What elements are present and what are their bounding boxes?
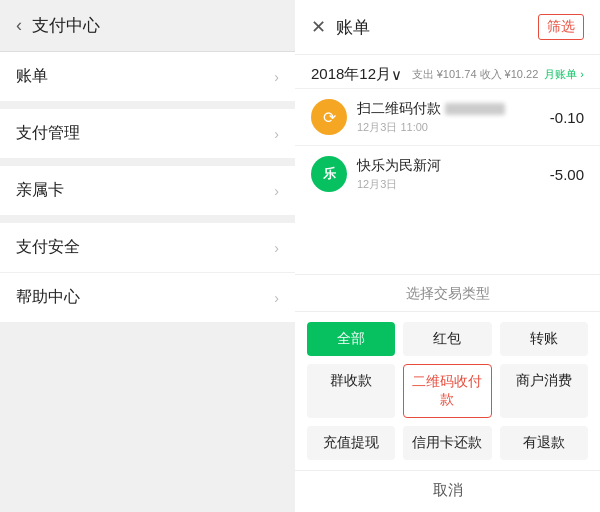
bill-amount-1: -5.00 xyxy=(550,166,584,183)
bill-item-1[interactable]: 乐 快乐为民新河 12月3日 -5.00 xyxy=(295,145,600,202)
qr-icon: ⟳ xyxy=(323,108,336,127)
menu-item-payment-management-label: 支付管理 xyxy=(16,123,80,144)
filter-item-credit-repay[interactable]: 信用卡还款 xyxy=(403,426,491,460)
right-header-left: ✕ 账单 xyxy=(311,16,370,39)
month-title[interactable]: 2018年12月 ∨ xyxy=(311,65,402,84)
bill-item-0[interactable]: ⟳ 扫二维码付款 12月3日 11:00 -0.10 xyxy=(295,88,600,145)
bill-name-label-0: 扫二维码付款 xyxy=(357,100,441,118)
chevron-right-icon: › xyxy=(274,290,279,306)
menu-item-bill-label: 账单 xyxy=(16,66,48,87)
month-label: 2018年12月 xyxy=(311,65,391,84)
left-panel-title: 支付中心 xyxy=(32,14,100,37)
filter-item-merchant[interactable]: 商户消费 xyxy=(500,364,588,418)
bill-name-1: 快乐为民新河 xyxy=(357,157,550,175)
menu-section-2: 支付管理 › xyxy=(0,109,295,158)
menu-item-family-card-label: 亲属卡 xyxy=(16,180,64,201)
menu-section-3: 亲属卡 › xyxy=(0,166,295,215)
bill-icon-happy: 乐 xyxy=(311,156,347,192)
left-header: ‹ 支付中心 xyxy=(0,0,295,52)
menu-item-help-center-label: 帮助中心 xyxy=(16,287,80,308)
bill-name-blur-0 xyxy=(445,103,505,115)
menu-section-4: 支付安全 › 帮助中心 › xyxy=(0,223,295,322)
bill-info-0: 扫二维码付款 12月3日 11:00 xyxy=(357,100,550,135)
chevron-right-icon: › xyxy=(274,69,279,85)
month-dropdown-icon: ∨ xyxy=(391,66,402,84)
chevron-right-icon: › xyxy=(274,126,279,142)
menu-item-family-card[interactable]: 亲属卡 › xyxy=(0,166,295,215)
bill-amount-0: -0.10 xyxy=(550,109,584,126)
left-panel: ‹ 支付中心 账单 › 支付管理 › 亲属卡 › 支付安全 xyxy=(0,0,295,512)
right-panel-title: 账单 xyxy=(336,16,370,39)
filter-item-refund[interactable]: 有退款 xyxy=(500,426,588,460)
chevron-right-icon: › xyxy=(274,183,279,199)
bill-info-1: 快乐为民新河 12月3日 xyxy=(357,157,550,192)
cancel-row: 取消 xyxy=(295,470,600,512)
filter-item-hongbao[interactable]: 红包 xyxy=(403,322,491,356)
bill-name-label-1: 快乐为民新河 xyxy=(357,157,441,175)
right-panel: ✕ 账单 筛选 2018年12月 ∨ 支出 ¥101.74 收入 ¥10.22 … xyxy=(295,0,600,512)
month-stats: 支出 ¥101.74 收入 ¥10.22 xyxy=(412,67,539,82)
menu-item-payment-security-label: 支付安全 xyxy=(16,237,80,258)
filter-overlay: 选择交易类型 全部 红包 转账 群收款 二维码收付款 商户消费 充值提现 信用卡… xyxy=(295,274,600,512)
bill-date-0: 12月3日 11:00 xyxy=(357,120,550,135)
filter-overlay-title: 选择交易类型 xyxy=(295,275,600,312)
right-header: ✕ 账单 筛选 xyxy=(295,0,600,55)
filter-item-transfer[interactable]: 转账 xyxy=(500,322,588,356)
back-arrow-icon[interactable]: ‹ xyxy=(16,15,22,36)
close-icon[interactable]: ✕ xyxy=(311,16,326,38)
filter-item-topup[interactable]: 充值提现 xyxy=(307,426,395,460)
menu-item-help-center[interactable]: 帮助中心 › xyxy=(0,273,295,322)
bill-name-0: 扫二维码付款 xyxy=(357,100,550,118)
cancel-button[interactable]: 取消 xyxy=(433,481,463,498)
left-menu: 账单 › 支付管理 › 亲属卡 › 支付安全 › 帮助中心 xyxy=(0,52,295,512)
bill-icon-qr: ⟳ xyxy=(311,99,347,135)
chevron-right-icon: › xyxy=(274,240,279,256)
happy-icon: 乐 xyxy=(323,165,336,183)
filter-item-qr-payment[interactable]: 二维码收付款 xyxy=(403,364,491,418)
menu-item-bill[interactable]: 账单 › xyxy=(0,52,295,101)
bill-date-1: 12月3日 xyxy=(357,177,550,192)
monthly-link[interactable]: 月账单 › xyxy=(544,67,584,82)
filter-grid: 全部 红包 转账 群收款 二维码收付款 商户消费 充值提现 信用卡还款 有退款 xyxy=(295,312,600,466)
menu-section-1: 账单 › xyxy=(0,52,295,101)
menu-item-payment-security[interactable]: 支付安全 › xyxy=(0,223,295,273)
month-stats-row: 支出 ¥101.74 收入 ¥10.22 月账单 › xyxy=(412,67,584,82)
month-row: 2018年12月 ∨ 支出 ¥101.74 收入 ¥10.22 月账单 › xyxy=(295,55,600,88)
filter-item-all[interactable]: 全部 xyxy=(307,322,395,356)
filter-button[interactable]: 筛选 xyxy=(538,14,584,40)
filter-item-group-payment[interactable]: 群收款 xyxy=(307,364,395,418)
menu-item-payment-management[interactable]: 支付管理 › xyxy=(0,109,295,158)
